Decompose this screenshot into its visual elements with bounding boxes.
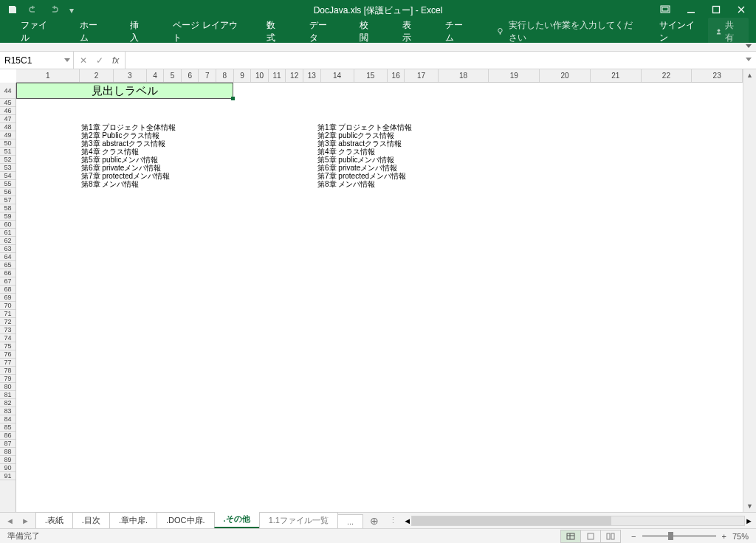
scroll-down-icon[interactable]: ▼ <box>743 500 756 512</box>
row-header[interactable]: 71 <box>0 310 16 318</box>
share-button[interactable]: 共有 <box>708 18 749 46</box>
row-header[interactable]: 48 <box>0 123 16 131</box>
row-header[interactable]: 75 <box>0 342 16 350</box>
row-header[interactable]: 53 <box>0 164 16 172</box>
row-header[interactable]: 59 <box>0 212 16 221</box>
fx-icon[interactable]: fx <box>112 55 119 66</box>
cancel-icon[interactable]: ✕ <box>80 55 87 66</box>
row-header[interactable]: 49 <box>0 131 16 139</box>
row-header[interactable]: 87 <box>0 440 16 448</box>
row-header[interactable]: 69 <box>0 294 16 302</box>
col-header[interactable]: 21 <box>591 69 642 82</box>
row-header[interactable]: 51 <box>0 148 16 156</box>
row-header[interactable]: 77 <box>0 359 16 367</box>
row-header[interactable]: 61 <box>0 229 16 237</box>
tab-formulas[interactable]: 数式 <box>253 21 296 43</box>
tab-data[interactable]: データ <box>296 21 347 43</box>
tab-home[interactable]: ホーム <box>66 21 117 43</box>
sheet-tab[interactable]: ... <box>337 514 363 528</box>
col-header[interactable]: 13 <box>303 69 321 82</box>
row-header[interactable]: 52 <box>0 156 16 164</box>
row-header[interactable]: 82 <box>0 399 16 407</box>
tab-review[interactable]: 校閲 <box>346 21 389 43</box>
cells-area[interactable]: 見出しラベル 第1章 プロジェクト全体情報第2章 Publicクラス情報第3章 … <box>16 83 743 512</box>
minimize-icon[interactable] <box>687 5 695 16</box>
row-header[interactable]: 91 <box>0 472 16 480</box>
enter-icon[interactable]: ✓ <box>96 55 103 66</box>
vertical-scrollbar[interactable]: ▲ ▼ <box>743 69 756 512</box>
row-header[interactable]: 90 <box>0 464 16 472</box>
tell-me[interactable]: 実行したい作業を入力してください <box>483 21 650 43</box>
row-header[interactable]: 46 <box>0 107 16 115</box>
maximize-icon[interactable] <box>712 5 721 16</box>
row-header[interactable]: 63 <box>0 245 16 253</box>
row-header[interactable]: 64 <box>0 253 16 261</box>
row-header[interactable]: 55 <box>0 180 16 188</box>
chevron-down-icon[interactable] <box>64 58 70 62</box>
row-header[interactable]: 81 <box>0 391 16 399</box>
sheet-tab[interactable]: .表紙 <box>35 512 73 528</box>
col-header[interactable]: 4 <box>147 69 165 82</box>
row-header[interactable]: 50 <box>0 139 16 148</box>
row-header[interactable]: 60 <box>0 221 16 229</box>
hscroll-thumb[interactable] <box>412 516 611 525</box>
sheet-nav-next-icon[interactable]: ► <box>21 516 30 525</box>
tab-insert[interactable]: 挿入 <box>117 21 159 43</box>
horizontal-scrollbar[interactable] <box>411 516 745 526</box>
col-header[interactable]: 16 <box>388 69 405 82</box>
formula-expand-icon[interactable] <box>746 58 752 61</box>
view-page-layout-icon[interactable] <box>580 530 601 543</box>
row-header[interactable]: 79 <box>0 375 16 383</box>
row-header[interactable]: 65 <box>0 261 16 269</box>
ribbon-display-icon[interactable] <box>660 5 670 16</box>
zoom-knob[interactable] <box>668 532 673 540</box>
row-header[interactable]: 83 <box>0 407 16 415</box>
row-header[interactable]: 86 <box>0 432 16 440</box>
sheet-tab[interactable]: .その他 <box>214 511 260 528</box>
close-icon[interactable] <box>737 5 746 16</box>
col-header[interactable]: 2 <box>80 69 113 82</box>
row-header[interactable]: 44 <box>0 83 16 99</box>
row-header[interactable]: 57 <box>0 196 16 204</box>
row-header[interactable]: 47 <box>0 115 16 123</box>
sheet-nav-prev-icon[interactable]: ◄ <box>6 516 14 525</box>
tab-file[interactable]: ファイル <box>7 21 66 43</box>
spreadsheet-grid[interactable]: 1234567891011121314151617181920212223 44… <box>0 69 756 512</box>
signin-link[interactable]: サインイン <box>650 19 709 44</box>
row-header[interactable]: 66 <box>0 269 16 277</box>
row-header[interactable]: 78 <box>0 367 16 375</box>
row-header[interactable]: 88 <box>0 448 16 456</box>
view-page-break-icon[interactable] <box>600 530 621 543</box>
row-header[interactable]: 72 <box>0 318 16 326</box>
ribbon-collapsed-strip[interactable] <box>0 43 756 52</box>
col-header[interactable]: 5 <box>164 69 182 82</box>
row-header[interactable]: 85 <box>0 423 16 432</box>
row-header[interactable]: 89 <box>0 456 16 464</box>
view-normal-icon[interactable] <box>560 530 581 543</box>
row-header[interactable]: 56 <box>0 188 16 196</box>
redo-icon[interactable] <box>49 4 59 17</box>
row-header[interactable]: 68 <box>0 286 16 294</box>
row-header[interactable]: 58 <box>0 204 16 212</box>
undo-icon[interactable] <box>28 4 38 17</box>
col-header[interactable]: 22 <box>642 69 693 82</box>
hscroll-right-icon[interactable]: ► <box>745 516 753 525</box>
zoom-slider[interactable] <box>642 535 716 537</box>
heading-label-cell[interactable]: 見出しラベル <box>16 83 233 99</box>
column-headers[interactable]: 1234567891011121314151617181920212223 <box>16 69 743 83</box>
col-header[interactable]: 8 <box>216 69 234 82</box>
sheet-tab[interactable]: .章中扉. <box>109 512 157 528</box>
name-box[interactable]: R15C1 <box>0 52 74 69</box>
col-header[interactable]: 6 <box>182 69 199 82</box>
row-header[interactable]: 70 <box>0 302 16 310</box>
row-header[interactable]: 74 <box>0 334 16 342</box>
tab-team[interactable]: チーム <box>432 21 483 43</box>
tab-view[interactable]: 表示 <box>389 21 432 43</box>
col-header[interactable]: 19 <box>489 69 540 82</box>
col-header[interactable]: 17 <box>405 69 438 82</box>
row-header[interactable]: 54 <box>0 172 16 180</box>
row-header[interactable]: 84 <box>0 415 16 423</box>
col-header[interactable]: 9 <box>234 69 252 82</box>
row-header[interactable]: 62 <box>0 237 16 245</box>
zoom-out-button[interactable]: − <box>631 532 636 541</box>
